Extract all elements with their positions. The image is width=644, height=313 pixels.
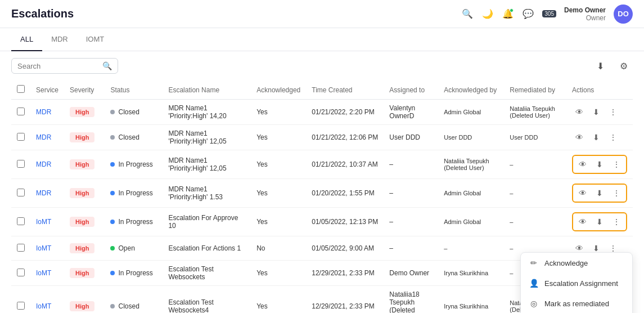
- row-checkbox[interactable]: [17, 133, 25, 141]
- cell-ack-by: –: [438, 236, 504, 261]
- chat-icon[interactable]: 💬: [522, 8, 534, 20]
- cell-service: MDR: [30, 125, 64, 150]
- cell-assigned-to: –: [384, 208, 438, 236]
- download-row-button[interactable]: ⬇: [592, 157, 607, 172]
- row-checkbox[interactable]: [17, 302, 25, 310]
- cell-time: 01/05/2022, 9:00 AM: [306, 236, 384, 261]
- bell-icon[interactable]: 🔔: [502, 8, 514, 20]
- table-row: MDR High In Progress MDR Name1 'Priority…: [11, 150, 633, 179]
- cell-name: MDR Name1 'Priority:High' 1.53: [163, 179, 251, 208]
- cell-name: Escalation For Approve 10: [163, 208, 251, 236]
- cell-severity: High: [64, 150, 105, 179]
- status-label: Closed: [118, 302, 139, 310]
- col-header-remediated-by: Remediated by: [504, 81, 566, 100]
- severity-badge: High: [70, 159, 94, 169]
- tab-iomt[interactable]: IOMT: [77, 28, 114, 51]
- status-label: In Progress: [118, 160, 152, 168]
- more-actions-button[interactable]: ⋮: [609, 214, 624, 229]
- view-button[interactable]: 👁: [575, 157, 590, 172]
- status-dot: [110, 162, 115, 167]
- download-button[interactable]: ⬇: [591, 57, 609, 75]
- view-button[interactable]: 👁: [572, 130, 587, 145]
- search-icon[interactable]: 🔍: [461, 8, 474, 20]
- status-label: Open: [118, 244, 134, 252]
- moon-icon[interactable]: 🌙: [481, 8, 494, 20]
- view-button[interactable]: 👁: [572, 105, 587, 119]
- cell-ack-by: Iryna Skurikhina: [438, 261, 504, 286]
- status-dot: [110, 271, 115, 275]
- header-actions: 🔍 🌙 🔔 💬 305 Demo Owner Owner DO: [461, 5, 633, 24]
- cell-assigned-to: Valentyn OwnerD: [384, 100, 438, 125]
- severity-badge: High: [70, 243, 94, 253]
- cell-service: MDR: [30, 100, 64, 125]
- cell-acknowledged: Yes: [251, 179, 306, 208]
- row-checkbox-cell: [11, 150, 30, 179]
- cell-acknowledged: Yes: [251, 286, 306, 314]
- search-submit-icon[interactable]: 🔍: [102, 61, 112, 70]
- row-checkbox[interactable]: [17, 189, 25, 196]
- context-menu-item-label: Acknowledge: [544, 259, 588, 267]
- cell-severity: High: [64, 236, 105, 261]
- col-header-escalation-name: Escalation Name: [163, 81, 251, 100]
- context-menu: ✏Acknowledge👤Escalation Assignment◎Mark …: [520, 252, 633, 313]
- context-menu-item[interactable]: 👤Escalation Assignment: [521, 273, 632, 293]
- cell-status: Open: [105, 236, 163, 261]
- status-dot: [110, 246, 115, 251]
- col-header-severity: Severity: [64, 81, 105, 100]
- row-checkbox-cell: [11, 125, 30, 150]
- severity-badge: High: [70, 107, 94, 117]
- context-menu-item[interactable]: ◎Mark as remediated: [521, 293, 632, 313]
- cell-acknowledged: Yes: [251, 208, 306, 236]
- cell-ack-by: Admin Global: [438, 179, 504, 208]
- col-header-actions: Actions: [566, 81, 633, 100]
- download-row-button[interactable]: ⬇: [592, 186, 607, 200]
- row-checkbox[interactable]: [17, 108, 25, 115]
- cell-ack-by: Admin Global: [438, 100, 504, 125]
- cell-severity: High: [64, 208, 105, 236]
- table-row: IoMT High In Progress Escalation For App…: [11, 208, 633, 236]
- view-button[interactable]: 👁: [575, 214, 590, 229]
- severity-badge: High: [70, 301, 94, 311]
- download-row-button[interactable]: ⬇: [589, 130, 604, 145]
- select-all-checkbox[interactable]: [17, 85, 25, 93]
- row-checkbox[interactable]: [17, 244, 25, 252]
- more-actions-button[interactable]: ⋮: [606, 130, 620, 145]
- cell-acknowledged: Yes: [251, 150, 306, 179]
- tabs-bar: ALL MDR IOMT: [0, 28, 644, 51]
- cell-service: MDR: [30, 179, 64, 208]
- user-info: Demo Owner Owner: [564, 6, 606, 22]
- cell-time: 12/29/2021, 2:33 PM: [306, 286, 384, 314]
- more-actions-button[interactable]: ⋮: [609, 186, 624, 200]
- cell-name: MDR Name1 'Priority:High' 12,05: [163, 150, 251, 179]
- cell-service: IoMT: [30, 208, 64, 236]
- view-button[interactable]: 👁: [575, 186, 590, 200]
- context-menu-item-label: Mark as remediated: [544, 299, 609, 308]
- cell-assigned-to: User DDD: [384, 125, 438, 150]
- cell-service: IoMT: [30, 236, 64, 261]
- cell-rem-by: –: [504, 150, 566, 179]
- avatar[interactable]: DO: [614, 5, 633, 24]
- more-actions-button[interactable]: ⋮: [609, 157, 624, 172]
- cell-name: Escalation Test Websockets: [163, 261, 251, 286]
- row-checkbox[interactable]: [17, 269, 25, 276]
- toolbar: 🔍 ⬇ ⚙: [0, 51, 644, 81]
- search-input[interactable]: [17, 62, 99, 70]
- filter-button[interactable]: ⚙: [615, 57, 633, 75]
- cell-ack-by: User DDD: [438, 125, 504, 150]
- more-actions-button[interactable]: ⋮: [606, 105, 620, 119]
- cell-acknowledged: Yes: [251, 261, 306, 286]
- cell-status: In Progress: [105, 150, 163, 179]
- cell-actions: 👁 ⬇ ⋮: [566, 179, 633, 208]
- tab-all[interactable]: ALL: [11, 28, 42, 51]
- cell-name: MDR Name1 'Priority:High' 12,05: [163, 125, 251, 150]
- download-row-button[interactable]: ⬇: [592, 214, 607, 229]
- row-checkbox[interactable]: [17, 217, 25, 225]
- cell-service: MDR: [30, 150, 64, 179]
- table-row: MDR High In Progress MDR Name1 'Priority…: [11, 179, 633, 208]
- status-label: Closed: [118, 133, 139, 141]
- row-checkbox[interactable]: [17, 160, 25, 168]
- download-row-button[interactable]: ⬇: [589, 105, 604, 119]
- tab-mdr[interactable]: MDR: [42, 28, 77, 51]
- context-menu-item[interactable]: ✏Acknowledge: [521, 253, 632, 273]
- table-header-row: Service Severity Status Escalation Name …: [11, 81, 633, 100]
